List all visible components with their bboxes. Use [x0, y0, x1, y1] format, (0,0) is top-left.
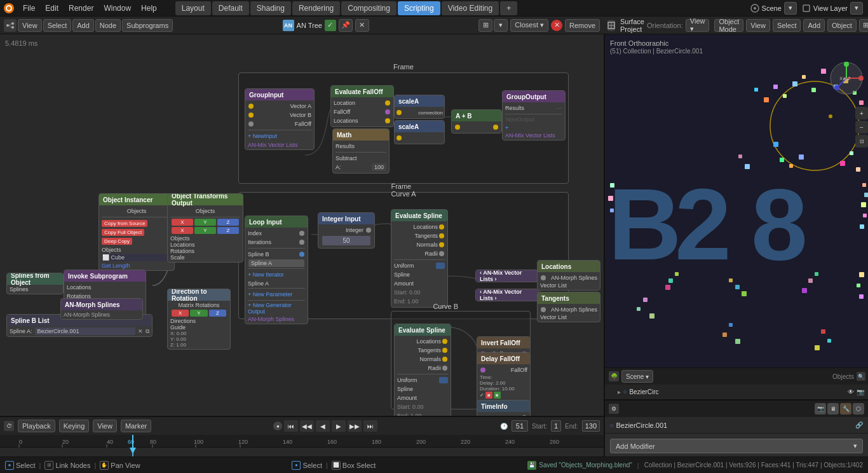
- editor-type-icon[interactable]: [4, 19, 17, 32]
- next-frame-btn[interactable]: ▶▶: [348, 420, 362, 432]
- outliner-filter-icon[interactable]: 🔍: [857, 372, 865, 381]
- orientation-dropdown[interactable]: View ▾: [686, 19, 710, 32]
- workspace-icon: AN: [283, 20, 294, 31]
- node-time-info[interactable]: TimeInfo Frame: [477, 400, 531, 416]
- props-icon[interactable]: ⚙: [609, 404, 619, 414]
- node-scale-a[interactable]: scaleA connection: [394, 95, 445, 119]
- object-name-link-icon[interactable]: 🔗: [855, 422, 863, 428]
- node-evaluate-spline-a[interactable]: Evaluate Spline Locations Tangents Norma…: [391, 209, 448, 308]
- tab-default[interactable]: Default: [212, 1, 249, 15]
- play-btn[interactable]: ▶: [332, 420, 346, 432]
- node-menu[interactable]: Node: [95, 19, 121, 32]
- viewport-type-icon[interactable]: [607, 20, 615, 31]
- view-layer-selector[interactable]: ▾: [850, 2, 863, 15]
- node-object-instancer[interactable]: Object Instancer Objects Copy from Sourc…: [98, 193, 175, 271]
- scene-selector[interactable]: ▾: [784, 2, 797, 15]
- node-editor-canvas[interactable]: 5.4819 ms Frame GroupInput Vector A Vect…: [0, 34, 604, 416]
- object-mode-dropdown[interactable]: Object Mode: [714, 19, 743, 32]
- tab-add[interactable]: +: [500, 1, 517, 15]
- timeline-icon[interactable]: ⏱: [4, 421, 14, 431]
- tab-layout[interactable]: Layout: [175, 1, 211, 15]
- node-delay-falloff[interactable]: Delay FallOff FallOff Time: Delay: 2.00 …: [477, 352, 531, 408]
- current-frame[interactable]: 51: [512, 420, 528, 432]
- node-evaluate-falloff[interactable]: Evaluate FallOff Location FallOff Locati…: [330, 85, 394, 127]
- tab-compositing[interactable]: Compositing: [341, 1, 397, 15]
- start-frame[interactable]: 1: [551, 420, 561, 432]
- node-splines-from-object[interactable]: Splines from Object Splines: [6, 273, 64, 294]
- zoom-out-btn[interactable]: −: [855, 121, 868, 134]
- node-mix-vector-lists-1[interactable]: ‹ AN-Mix Vector Lists ›: [475, 270, 539, 282]
- snap-icon[interactable]: ⊞: [478, 19, 492, 32]
- viewport-extra-icon[interactable]: ⊞: [859, 19, 868, 32]
- viewport-select-btn[interactable]: Select: [773, 19, 801, 32]
- tab-scripting[interactable]: Scripting: [398, 1, 440, 15]
- toggle-view-btn[interactable]: ⊡: [855, 135, 868, 147]
- select-btn-center[interactable]: ● Select: [292, 461, 322, 470]
- outliner-item-beziercirc[interactable]: ▸ ○ BezierCirc 👁 📷: [605, 385, 868, 399]
- camera-icon[interactable]: 📷: [857, 388, 864, 395]
- viewport-view-btn[interactable]: View: [746, 19, 770, 32]
- node-tangents[interactable]: Tangents AN-Morph Splines Vector List: [537, 292, 600, 322]
- view-menu[interactable]: View: [18, 19, 42, 32]
- node-scale-b[interactable]: scaleA: [394, 120, 445, 144]
- render-props-icon[interactable]: 📷: [815, 403, 826, 415]
- remove-btn[interactable]: Remove: [565, 19, 600, 32]
- svg-rect-35: [780, 158, 784, 162]
- node-object-transforms[interactable]: Object Transforms Output Objects X Y Z X…: [167, 193, 243, 263]
- jump-end-btn[interactable]: ⏭: [363, 420, 377, 432]
- prev-frame-btn[interactable]: ◀◀: [300, 420, 314, 432]
- marker-btn[interactable]: Marker: [121, 420, 151, 432]
- add-modifier-btn[interactable]: Add Modifier ▾: [610, 439, 863, 453]
- svg-text:260: 260: [550, 439, 559, 445]
- node-an-morph-splines-left[interactable]: AN-Morph Splines AN-Morph Splines: [60, 298, 143, 320]
- scene-selector-btn[interactable]: Scene ▾: [621, 370, 653, 383]
- play-back-btn[interactable]: ◀: [316, 420, 330, 432]
- select-menu[interactable]: Select: [43, 19, 72, 32]
- node-math[interactable]: Math Results Subtract A:100: [332, 128, 390, 174]
- tab-shading[interactable]: Shading: [250, 1, 291, 15]
- node-evaluate-spline-b[interactable]: Evaluate Spline Locations Tangents Norma…: [394, 324, 451, 416]
- node-integer-input[interactable]: Integer Input Integer 50: [318, 212, 375, 249]
- node-locations[interactable]: Locations AN-Morph Splines Vector List: [537, 260, 600, 291]
- menu-window[interactable]: Window: [98, 0, 136, 17]
- node-loop-input[interactable]: Loop Input Index Iterations Spline B Spl…: [245, 216, 308, 324]
- zoom-in-btn[interactable]: +: [855, 107, 868, 120]
- playback-dropdown[interactable]: Playback: [18, 420, 55, 432]
- playhead-top: [132, 435, 133, 448]
- outliner-icon[interactable]: 🌳: [609, 371, 619, 381]
- node-mix-vector-lists-2[interactable]: ‹ AN-Mix Vector Lists ›: [475, 289, 539, 301]
- record-btn[interactable]: ●: [273, 422, 282, 430]
- box-select-btn[interactable]: ⬜ Box Select: [332, 461, 376, 470]
- node-aplusb[interactable]: A + B: [451, 109, 502, 134]
- closest-dropdown[interactable]: Closest ▾: [510, 19, 548, 32]
- output-props-icon[interactable]: 🖥: [827, 403, 839, 415]
- view-timeline-btn[interactable]: View: [93, 420, 117, 432]
- node-direction-rotation[interactable]: Direction to Rotation Matrix Rotations X…: [167, 289, 231, 350]
- end-frame[interactable]: 130: [582, 420, 600, 432]
- pin-icon[interactable]: 📌: [339, 19, 353, 32]
- object-props-icon[interactable]: ⬡: [853, 403, 864, 415]
- select-btn-left[interactable]: ● Select: [5, 461, 36, 470]
- eye-icon[interactable]: 👁: [848, 388, 854, 395]
- node-group-output[interactable]: GroupOutput Results— NewOutput + AN-Mix …: [502, 90, 566, 141]
- pan-view-btn[interactable]: ✋ Pan View: [100, 461, 140, 470]
- viewport-add-btn[interactable]: Add: [803, 19, 825, 32]
- gizmo[interactable]: X Y Z: [829, 61, 864, 96]
- snap-icon2[interactable]: ▾: [494, 19, 508, 32]
- subprograms-menu[interactable]: Subprograms: [122, 19, 173, 32]
- link-nodes-btn[interactable]: ⊞ Link Nodes: [44, 461, 90, 470]
- tab-rendering[interactable]: Rendering: [292, 1, 340, 15]
- close-workspace-icon[interactable]: ✕: [355, 19, 369, 32]
- tab-video-editing[interactable]: Video Editing: [442, 1, 499, 15]
- menu-file[interactable]: File: [18, 0, 40, 17]
- viewport-canvas[interactable]: B 2 8: [605, 56, 868, 367]
- viewport-object-btn[interactable]: Object: [827, 19, 857, 32]
- modifier-props-icon[interactable]: 🔧: [840, 403, 851, 415]
- menu-help[interactable]: Help: [136, 0, 162, 17]
- menu-edit[interactable]: Edit: [40, 0, 64, 17]
- keying-dropdown[interactable]: Keying: [59, 420, 90, 432]
- menu-render[interactable]: Render: [64, 0, 98, 17]
- node-group-input[interactable]: GroupInput Vector A Vector B FallOff + N…: [245, 88, 315, 150]
- jump-start-btn[interactable]: ⏮: [284, 420, 298, 432]
- add-menu[interactable]: Add: [72, 19, 94, 32]
